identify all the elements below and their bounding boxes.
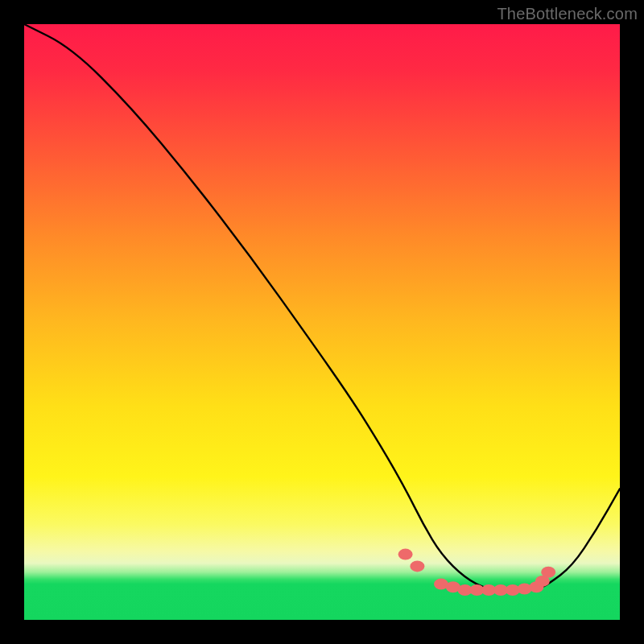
highlight-marker <box>541 567 555 578</box>
watermark-text: TheBottleneck.com <box>497 5 638 23</box>
chart-frame: TheBottleneck.com <box>0 0 644 644</box>
highlight-marker <box>410 560 424 572</box>
highlight-markers <box>398 549 556 596</box>
bottleneck-curve <box>24 24 620 590</box>
plot-area <box>24 24 620 620</box>
curve-svg <box>24 24 620 620</box>
highlight-marker <box>398 549 413 560</box>
